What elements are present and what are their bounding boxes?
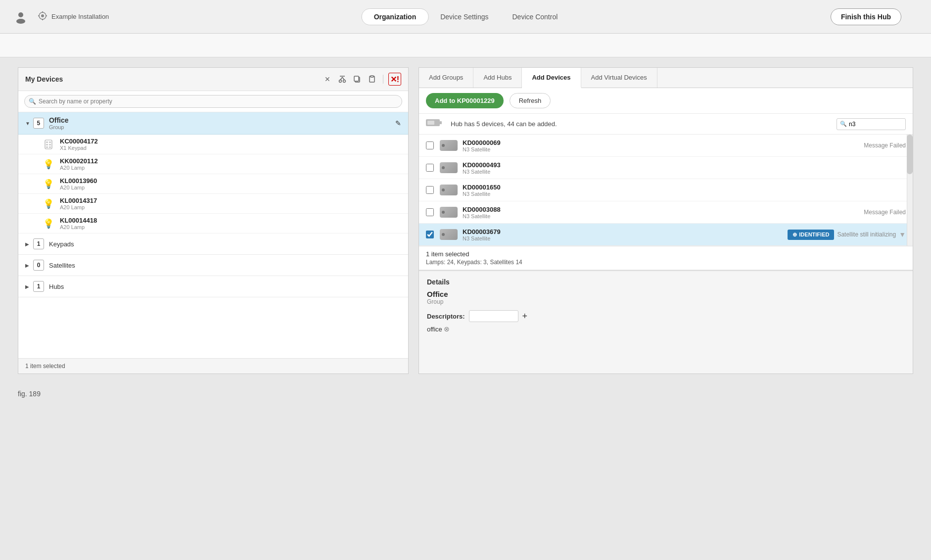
keypads-arrow: ▶ [25, 241, 29, 247]
tab-add-hubs[interactable]: Add Hubs [473, 68, 522, 88]
right-device-row-kd00003088[interactable]: KD00003088 N3 Satellite Message Failed [419, 201, 913, 224]
descriptor-input[interactable] [469, 310, 518, 322]
left-selection-info: 1 item selected [25, 363, 65, 370]
checkbox-kd00001650[interactable] [426, 186, 434, 194]
right-device-subtype-kd00003088: N3 Satellite [463, 213, 501, 219]
edit-group-icon[interactable]: ✎ [395, 119, 401, 127]
keypad-device-icon [43, 139, 54, 150]
toolbar-separator [383, 75, 383, 84]
device-id-kk00020112: KK00020112 [60, 157, 98, 165]
identified-badge: ⊕ IDENTIFIED Satellite still initializin… [788, 230, 906, 240]
left-search-icon: 🔍 [29, 98, 36, 105]
tab-add-groups[interactable]: Add Groups [419, 68, 473, 88]
device-item-kk00020112[interactable]: 💡 KK00020112 A20 Lamp [18, 154, 408, 174]
satellite-icon-kd00003679 [440, 228, 458, 241]
svg-rect-20 [46, 144, 48, 145]
right-device-subtype-kd00001650: N3 Satellite [463, 191, 501, 197]
checkbox-kd00000493[interactable] [426, 164, 434, 172]
right-device-id-kd00003679: KD00003679 [463, 228, 501, 235]
right-device-id-kd00003088: KD00003088 [463, 206, 501, 213]
checkbox-kd00003679[interactable] [426, 231, 434, 238]
left-panel-footer: 1 item selected [18, 358, 408, 373]
device-item-kl00013960[interactable]: 💡 KL00013960 A20 Lamp [18, 174, 408, 194]
satellite-icon-kd00000493 [440, 161, 458, 175]
hub-search-icon: 🔍 [840, 121, 847, 127]
delete-icon-btn[interactable]: ✕ [322, 73, 333, 85]
hubs-label: Hubs [49, 283, 64, 290]
office-group-row[interactable]: ▼ 5 Office Group ✎ [18, 112, 408, 135]
right-device-id-kd00001650: KD00001650 [463, 184, 501, 191]
finish-hub-button[interactable]: Finish this Hub [831, 8, 901, 25]
top-nav: Example Installation Organization Device… [0, 0, 931, 34]
right-device-list: KD00000069 N3 Satellite Message Failed K… [419, 135, 913, 246]
svg-rect-7 [46, 15, 47, 16]
device-item-kl00014418[interactable]: 💡 KL00014418 A20 Lamp [18, 214, 408, 233]
lamp-device-icon-3: 💡 [43, 198, 54, 209]
right-device-row-kd00000069[interactable]: KD00000069 N3 Satellite Message Failed [419, 135, 913, 157]
hubs-count: 1 [33, 281, 44, 292]
paste-icon-btn[interactable] [366, 73, 378, 85]
my-devices-title: My Devices [25, 75, 63, 83]
svg-rect-25 [440, 121, 442, 124]
hub-status-text: Hub has 5 devices, 44 can be added. [451, 120, 557, 128]
device-type-kl00014317: A20 Lamp [60, 204, 97, 210]
still-init-text: Satellite still initializing [837, 231, 896, 238]
main-content: My Devices ✕ [0, 57, 931, 384]
right-device-row-kd00000493[interactable]: KD00000493 N3 Satellite [419, 157, 913, 179]
device-id-kc00004172: KC00004172 [60, 138, 98, 145]
installation-info: Example Installation [38, 11, 109, 22]
satellite-icon-kd00000069 [440, 139, 458, 152]
device-summary: Lamps: 24, Keypads: 3, Satellites 14 [426, 259, 906, 266]
right-device-subtype-kd00003679: N3 Satellite [463, 235, 501, 241]
satellites-arrow: ▶ [25, 263, 29, 268]
add-descriptor-btn[interactable]: + [522, 311, 528, 322]
left-search-input[interactable] [24, 95, 402, 108]
svg-rect-18 [46, 141, 48, 143]
hubs-arrow: ▶ [25, 284, 29, 289]
descriptor-value: office [427, 326, 442, 333]
device-item-kl00014317[interactable]: 💡 KL00014317 A20 Lamp [18, 194, 408, 214]
scrollbar-thumb[interactable] [907, 135, 913, 174]
svg-rect-5 [42, 19, 43, 20]
device-item-kc00004172[interactable]: KC00004172 X1 Keypad [18, 135, 408, 154]
add-to-button[interactable]: Add to KP00001229 [426, 93, 504, 108]
right-scrollbar[interactable] [907, 135, 913, 246]
scroll-down-icon: ▼ [899, 231, 906, 238]
svg-rect-21 [49, 144, 51, 145]
refresh-button[interactable]: Refresh [510, 93, 551, 108]
details-group-type: Group [427, 298, 905, 305]
left-panel-header: My Devices ✕ [18, 68, 408, 91]
lamp-device-icon-4: 💡 [43, 218, 54, 229]
remove-descriptor-icon[interactable]: ⊗ [444, 325, 450, 333]
svg-point-1 [16, 19, 25, 24]
cut-icon-btn[interactable] [336, 73, 348, 85]
right-device-row-kd00003679[interactable]: KD00003679 N3 Satellite ⊕ IDENTIFIED Sat… [419, 224, 913, 246]
right-device-row-kd00001650[interactable]: KD00001650 N3 Satellite [419, 179, 913, 201]
satellites-category-row[interactable]: ▶ 0 Satellites [18, 255, 408, 276]
user-icon[interactable] [12, 8, 30, 26]
right-panel-tabs: Add Groups Add Hubs Add Devices Add Virt… [419, 68, 913, 88]
keypads-category-row[interactable]: ▶ 1 Keypads [18, 233, 408, 255]
tab-add-devices[interactable]: Add Devices [522, 68, 581, 88]
close-icon-btn[interactable]: ✕! [388, 73, 401, 86]
checkbox-kd00000069[interactable] [426, 141, 434, 149]
svg-point-3 [41, 14, 44, 17]
hubs-category-row[interactable]: ▶ 1 Hubs [18, 276, 408, 297]
tab-device-control[interactable]: Device Control [501, 9, 570, 25]
descriptor-tag: office ⊗ [427, 325, 905, 333]
svg-rect-26 [427, 121, 434, 125]
device-tree: ▼ 5 Office Group ✎ [18, 112, 408, 358]
tab-add-virtual-devices[interactable]: Add Virtual Devices [581, 68, 657, 88]
office-group-count: 5 [33, 118, 44, 129]
svg-rect-4 [42, 11, 43, 13]
tab-device-settings[interactable]: Device Settings [428, 9, 500, 25]
identified-button[interactable]: ⊕ IDENTIFIED [788, 230, 834, 240]
copy-icon-btn[interactable] [351, 73, 363, 85]
tab-organization[interactable]: Organization [362, 8, 429, 25]
identified-label: IDENTIFIED [799, 232, 829, 237]
checkbox-kd00003088[interactable] [426, 208, 434, 216]
fig-caption: fig. 189 [0, 384, 931, 404]
svg-rect-19 [49, 141, 51, 143]
hub-search-input[interactable] [837, 118, 906, 130]
lamp-device-icon-2: 💡 [43, 179, 54, 189]
